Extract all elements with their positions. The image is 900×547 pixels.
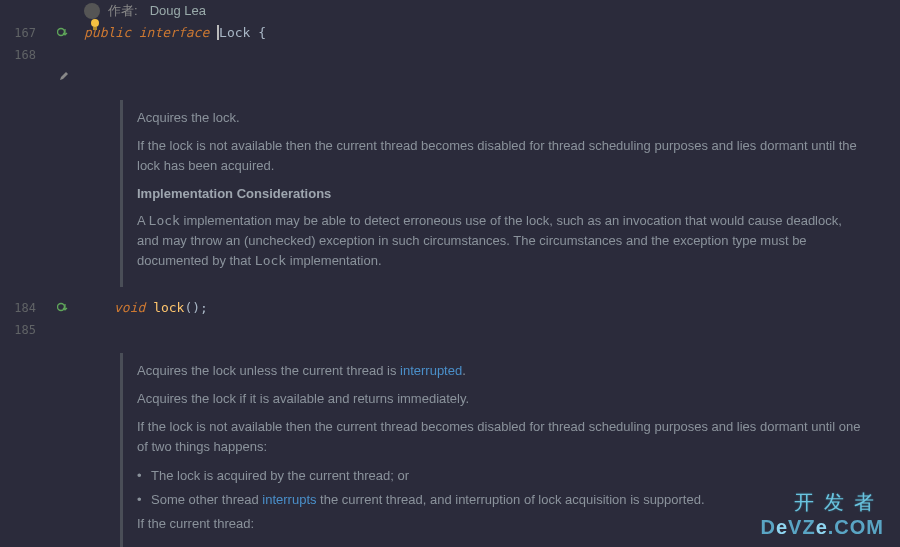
svg-point-3 — [58, 303, 65, 310]
gutter-marker[interactable] — [48, 22, 80, 44]
code-line[interactable]: 167 public interface Lock { — [0, 22, 900, 44]
line-number: 185 — [0, 319, 48, 341]
doc-list-item: Some other thread interrupts the current… — [137, 490, 866, 510]
line-number: 184 — [0, 297, 48, 319]
code-line[interactable]: 185 — [0, 319, 900, 341]
overridden-icon[interactable] — [57, 301, 71, 315]
edit-line — [0, 66, 900, 88]
doc-list: The lock is acquired by the current thre… — [137, 466, 866, 510]
doc-list-item: has its interrupted status set on entry … — [137, 542, 866, 547]
line-number: 168 — [0, 44, 48, 66]
code-line[interactable]: 168 — [0, 44, 900, 66]
doc-paragraph: Acquires the lock. — [137, 108, 866, 128]
code-ref: Lock — [149, 213, 180, 228]
keyword-interface: interface — [139, 25, 209, 40]
code-line[interactable]: 184 void lock(); — [0, 297, 900, 319]
intention-bulb-icon[interactable] — [88, 18, 102, 32]
avatar — [84, 3, 100, 19]
doc-link[interactable]: interrupts — [262, 492, 316, 507]
doc-paragraph: Acquires the lock unless the current thr… — [137, 361, 866, 381]
author-name: Doug Lea — [150, 0, 206, 22]
class-name: Lock — [219, 25, 250, 40]
gutter-marker[interactable] — [48, 297, 80, 319]
author-line: 作者: Doug Lea — [0, 0, 900, 22]
doc-paragraph: If the current thread: — [137, 514, 866, 534]
doc-paragraph: Acquires the lock if it is available and… — [137, 389, 866, 409]
javadoc-block: Acquires the lock. If the lock is not av… — [120, 100, 880, 287]
method-suffix: (); — [184, 300, 207, 315]
brace: { — [250, 25, 266, 40]
doc-paragraph: If the lock is not available then the cu… — [137, 136, 866, 176]
doc-heading: Implementation Considerations — [137, 184, 866, 204]
svg-point-0 — [91, 19, 99, 27]
javadoc-block: Acquires the lock unless the current thr… — [120, 353, 880, 547]
author-label: 作者: — [108, 0, 138, 22]
svg-point-2 — [58, 29, 65, 36]
keyword-void: void — [114, 300, 145, 315]
method-name: lock — [153, 300, 184, 315]
doc-link[interactable]: interrupted — [400, 363, 462, 378]
edit-icon[interactable] — [58, 70, 70, 85]
overridden-icon[interactable] — [57, 26, 71, 40]
code-text[interactable]: public interface Lock { — [80, 22, 900, 44]
doc-paragraph: A Lock implementation may be able to det… — [137, 211, 866, 271]
line-number: 167 — [0, 22, 48, 44]
code-ref: Lock — [255, 253, 286, 268]
svg-rect-1 — [93, 27, 97, 30]
code-text[interactable]: void lock(); — [80, 297, 900, 319]
doc-paragraph: If the lock is not available then the cu… — [137, 417, 866, 457]
doc-list: has its interrupted status set on entry … — [137, 542, 866, 547]
doc-list-item: The lock is acquired by the current thre… — [137, 466, 866, 486]
